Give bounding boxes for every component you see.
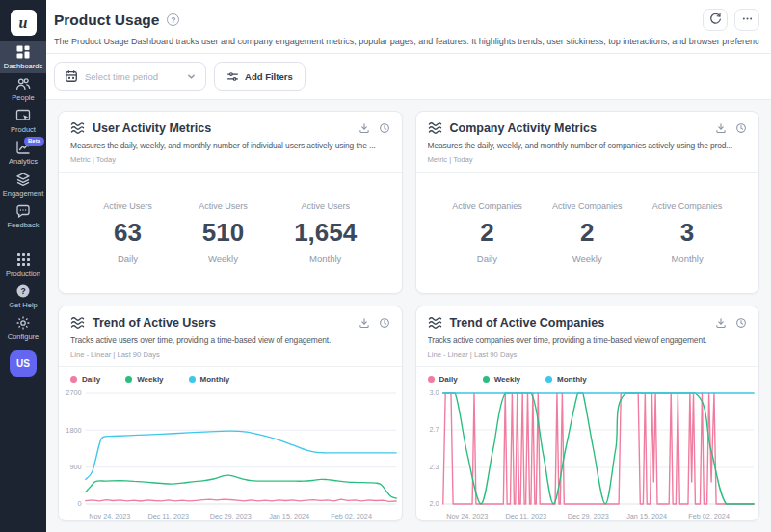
metric-waves-icon [428,121,442,135]
sidebar-item-analytics[interactable]: BetaAnalytics [0,137,46,169]
ellipsis-icon [741,13,754,28]
card-trend-active-users: Trend of Active Users Tracks active user… [58,306,403,521]
history-icon[interactable] [735,122,747,134]
time-period-select[interactable]: Select time period [54,62,206,91]
refresh-button[interactable] [703,9,728,31]
card-title: Trend of Active Companies [450,316,605,330]
card-company-activity-metrics: Company Activity Metrics Measures the da… [415,111,760,294]
chart-legend: DailyWeeklyMonthly [416,367,759,386]
metric-monthly: Active Users1,654Monthly [294,201,357,264]
sidebar-item-label: Configure [8,332,40,341]
legend-label: Daily [82,375,100,384]
metric-weekly: Active Companies2Weekly [552,201,623,264]
svg-text:2.3: 2.3 [429,465,439,471]
svg-text:Dec 11, 2023: Dec 11, 2023 [505,513,546,519]
avatar-initials: US [16,359,30,369]
sidebar-item-label: Dashboards [4,62,42,70]
svg-text:900: 900 [69,464,81,470]
card-user-activity-metrics: User Activity Metrics Measures the daily… [58,111,403,294]
app-logo[interactable]: u [11,10,37,36]
product-icon [15,109,31,123]
card-header: User Activity Metrics Measures the daily… [59,112,402,173]
sidebar-item-get-help[interactable]: ?Get Help [0,280,46,312]
add-filters-button[interactable]: Add Filters [214,62,306,91]
metric-period: Weekly [552,253,623,264]
legend-label: Weekly [137,375,163,384]
filter-sliders-icon [226,70,239,83]
card-header: Trend of Active Companies Tracks active … [416,306,759,367]
metric-value: 63 [103,218,152,248]
sidebar-nav-primary: DashboardsPeopleProductBetaAnalyticsEnga… [0,41,46,232]
download-icon[interactable] [359,122,370,134]
sidebar: u DashboardsPeopleProductBetaAnalyticsEn… [0,0,46,532]
card-description: Tracks active companies over time, provi… [428,335,748,345]
metric-label: Active Companies [452,201,522,211]
history-icon[interactable] [379,317,390,329]
history-icon[interactable] [379,122,390,134]
sidebar-item-label: Get Help [9,301,38,309]
legend-dot-daily [70,376,77,383]
legend-item-weekly[interactable]: Weekly [125,375,163,384]
legend-label: Weekly [494,375,520,384]
card-header: Trend of Active Users Tracks active user… [59,306,402,367]
legend-label: Monthly [200,375,230,384]
card-title: User Activity Metrics [93,121,211,135]
metric-period: Daily [452,253,522,264]
page-header: Product Usage ? The Product Usage D [46,0,771,54]
configure-icon [15,316,31,331]
metric-period: Daily [103,253,152,264]
sidebar-item-product[interactable]: Product [0,105,46,137]
sidebar-item-engagement[interactable]: Engagement [0,169,46,200]
more-options-button[interactable] [734,9,759,31]
legend-item-daily[interactable]: Daily [428,375,458,384]
dashboard-grid: User Activity Metrics Measures the daily… [46,100,771,532]
legend-item-daily[interactable]: Daily [70,375,100,384]
title-help-icon[interactable]: ? [167,13,179,26]
metric-period: Monthly [652,253,723,264]
card-meta: Metric | Today [70,155,390,164]
sidebar-item-people[interactable]: People [0,73,46,105]
card-meta: Metric | Today [428,155,748,164]
legend-item-weekly[interactable]: Weekly [483,375,520,384]
legend-label: Daily [439,375,458,384]
analytics-icon: Beta [15,141,31,155]
legend-dot-weekly [483,376,490,383]
metric-label: Active Companies [552,201,623,211]
legend-item-monthly[interactable]: Monthly [189,375,230,384]
legend-label: Monthly [557,375,587,384]
sidebar-item-production[interactable]: Production [0,249,46,280]
download-icon[interactable] [715,317,727,329]
calendar-icon [65,69,78,83]
filter-bar: Select time period Add Filters [46,54,771,100]
metric-waves-icon [428,316,442,330]
sidebar-item-label: Feedback [8,221,40,229]
series-line-monthly [86,431,396,479]
chart-area: 2.02.32.73.0Nov 24, 2023Dec 11, 2023Dec … [416,386,759,521]
sidebar-item-dashboards[interactable]: Dashboards [0,41,46,73]
metric-monthly: Active Companies3Monthly [652,201,723,264]
metrics-row: Active Companies2DailyActive Companies2W… [416,173,759,293]
metric-value: 2 [452,218,522,248]
history-icon[interactable] [735,317,747,329]
card-header: Company Activity Metrics Measures the da… [416,112,759,173]
sidebar-item-feedback[interactable]: Feedback [0,200,46,232]
series-line-weekly [86,475,396,498]
people-icon [15,77,31,92]
sidebar-item-configure[interactable]: Configure [0,312,46,344]
help-icon: ? [15,284,31,299]
svg-text:Dec 29, 2023: Dec 29, 2023 [567,513,608,519]
user-avatar[interactable]: US [10,350,37,377]
download-icon[interactable] [359,317,370,329]
svg-text:2700: 2700 [66,389,81,396]
card-description: Tracks active users over time, providing… [70,335,390,345]
metric-label: Active Companies [652,201,723,211]
svg-text:Nov 24, 2023: Nov 24, 2023 [446,513,488,519]
legend-item-monthly[interactable]: Monthly [545,375,587,384]
svg-text:?: ? [20,286,25,296]
engagement-icon [15,173,31,187]
download-icon[interactable] [715,122,727,134]
metric-waves-icon [70,121,85,135]
legend-dot-monthly [545,376,552,383]
card-description: Measures the daily, weekly, and monthly … [428,141,748,150]
series-line-daily [86,499,396,501]
